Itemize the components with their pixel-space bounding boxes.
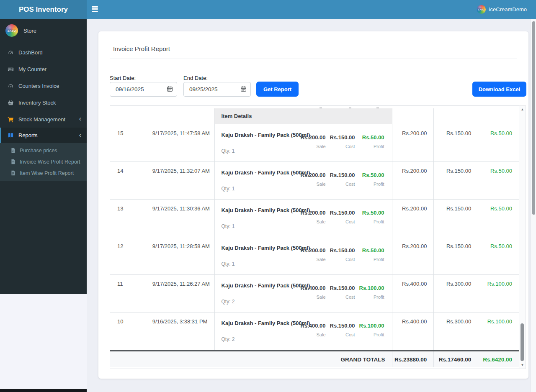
table-row: 149/17/2025, 11:32:07 AMKaju Draksh - Fa… (110, 162, 519, 200)
sidebar-item-my-counter[interactable]: My Counter (0, 61, 87, 77)
row-total-sale: Rs.400.00 (392, 313, 434, 350)
invoice-number: 14 (110, 162, 146, 199)
invoice-datetime: 9/16/2025, 3:38:31 PM (146, 313, 215, 350)
invoice-number: 15 (110, 124, 146, 161)
cart-icon (7, 116, 14, 123)
grand-totals-label: GRAND TOTALS (110, 351, 392, 367)
item-details-cell: Kaju Draksh - Family Pack (500ml)Qty: 2R… (215, 313, 392, 350)
unit-sale: Rs.200.00Sale (296, 247, 326, 262)
unit-profit: Rs.50.00Profit (355, 134, 384, 149)
app-brand[interactable]: POS Inventory (0, 0, 87, 19)
header-date (146, 108, 215, 124)
row-total-sale: Rs.200.00 (392, 237, 434, 274)
item-details-cell: Kaju Draksh - Family Pack (500ml)Qty: 1R… (215, 200, 392, 237)
grand-totals-row: GRAND TOTALS Rs.23880.00 Rs.17460.00 Rs.… (110, 350, 519, 367)
invoice-datetime: 9/17/2025, 11:26:27 AM (146, 275, 215, 312)
table-row: 139/17/2025, 11:30:36 AMKaju Draksh - Fa… (110, 200, 519, 237)
invoice-number: 10 (110, 313, 146, 350)
sidebar-item-label: Reports (18, 132, 38, 138)
item-details-cell: Kaju Draksh - Family Pack (500ml)Qty: 1R… (215, 162, 392, 199)
unit-amounts: Rs.200.00SaleRs.150.00CostRs.50.00Profit (296, 247, 384, 262)
row-total-profit: Rs.100.00 (478, 275, 519, 312)
table-row: 119/17/2025, 11:26:27 AMKaju Draksh - Fa… (110, 275, 519, 313)
table-scrollbar-thumb[interactable] (521, 323, 524, 361)
table-row: 109/16/2025, 3:38:31 PMKaju Draksh - Fam… (110, 313, 519, 350)
unit-amounts: Rs.400.00SaleRs.150.00CostRs.100.00Profi… (296, 285, 384, 300)
sidebar-nav: DashBordMy CounterCounters InvoiceInvent… (0, 44, 87, 181)
sidebar-item-dashbord[interactable]: DashBord (0, 44, 87, 61)
gauge-icon (7, 49, 14, 56)
page-scrollbar[interactable] (531, 19, 536, 392)
account-menu[interactable]: EASO iceCreamDemo (477, 0, 527, 19)
item-details-cell: Kaju Draksh - Family Pack (500ml)Qty: 1R… (215, 124, 392, 161)
sidebar-item-label: Counters Invoice (18, 83, 59, 89)
row-total-profit: Rs.50.00 (478, 162, 519, 199)
item-qty: Qty: 2 (222, 336, 235, 342)
report-card: Invoice Profit Report Start Date: End Da… (98, 31, 528, 379)
invoice-number: 11 (110, 275, 146, 312)
row-total-sale: Rs.200.00 (392, 124, 434, 161)
scroll-up-arrow-icon[interactable]: ▲ (519, 108, 526, 111)
bottom-edge-strip (0, 389, 87, 392)
unit-sale: Rs.400.00Sale (296, 285, 326, 300)
header-total-sale (392, 108, 434, 124)
end-date-label: End Date: (183, 75, 208, 81)
item-details-cell: Kaju Draksh - Family Pack (500ml)Qty: 2R… (215, 275, 392, 312)
unit-amounts: Rs.200.00SaleRs.150.00CostRs.50.00Profit (296, 134, 384, 149)
sidebar-toggle-icon[interactable] (92, 6, 98, 12)
start-date-wrap (110, 82, 177, 97)
row-total-sale: Rs.400.00 (392, 275, 434, 312)
row-total-cost: Rs.150.00 (434, 162, 478, 199)
account-logo-icon: EASO (477, 5, 486, 14)
submenu-item-label: Purchase prices (20, 148, 57, 154)
page-scrollbar-thumb[interactable] (532, 21, 535, 215)
item-qty: Qty: 1 (222, 186, 235, 192)
unit-sale: Rs.400.00Sale (296, 323, 326, 337)
get-report-button[interactable]: Get Report (256, 82, 299, 97)
chevron-left-icon: ‹ (79, 115, 81, 122)
unit-cost: Rs.150.00Cost (326, 210, 355, 224)
calendar-icon[interactable] (240, 86, 247, 94)
sidebar-empty-area (0, 294, 87, 389)
sidebar-store[interactable]: EASO Store (0, 19, 87, 42)
invoice-table: Item Details 159/17/2025, 11:47:58 AMKaj… (110, 105, 519, 369)
sidebar-item-stock-management[interactable]: Stock Management‹ (0, 111, 87, 128)
book-icon (7, 132, 14, 138)
item-qty: Qty: 1 (222, 261, 235, 267)
unit-sale: Rs.200.00Sale (296, 172, 326, 187)
unit-cost: Rs.150.00Cost (326, 134, 355, 149)
top-navbar: POS Inventory EASO iceCreamDemo (0, 0, 536, 19)
unit-profit: Rs.100.00Profit (355, 285, 384, 300)
sidebar-item-reports[interactable]: Reports‹ (0, 128, 87, 143)
unit-profit: Rs.50.00Profit (355, 247, 384, 262)
title-divider (110, 59, 517, 59)
row-total-profit: Rs.100.00 (478, 313, 519, 350)
basket-icon (7, 100, 14, 106)
submenu-item-purchase-prices[interactable]: Purchase prices (0, 145, 87, 156)
doc-icon (10, 170, 16, 176)
submenu-item-invoice-wise-profit-report[interactable]: Invoice Wise Profit Report (0, 156, 87, 167)
submenu-item-item-wise-profit-report[interactable]: Item Wise Profit Report (0, 167, 87, 179)
sidebar-item-inventory-stock[interactable]: Inventory Stock (0, 94, 87, 111)
unit-cost: Rs.150.00Cost (326, 285, 355, 300)
doc-icon (10, 148, 16, 153)
calendar-icon[interactable] (167, 86, 173, 94)
item-qty: Qty: 2 (222, 299, 235, 305)
unit-profit: Rs.50.00Profit (355, 172, 384, 187)
store-logo-icon: EASO (5, 24, 18, 37)
invoice-datetime: 9/17/2025, 11:32:07 AM (146, 162, 215, 199)
unit-cost: Rs.150.00Cost (326, 247, 355, 262)
unit-amounts: Rs.200.00SaleRs.150.00CostRs.50.00Profit (296, 210, 384, 224)
download-excel-button[interactable]: Download Excel (472, 82, 526, 97)
sidebar-item-counters-invoice[interactable]: Counters Invoice (0, 77, 87, 94)
account-name: iceCreamDemo (489, 6, 527, 13)
sidebar-item-label: Stock Management (18, 116, 65, 123)
sidebar: EASO Store DashBordMy CounterCounters In… (0, 19, 87, 294)
page-title: Invoice Profit Report (113, 45, 170, 52)
scroll-down-arrow-icon[interactable]: ▼ (519, 363, 526, 367)
sidebar-item-label: DashBord (18, 49, 43, 56)
table-scrollbar[interactable]: ▲ ▼ (519, 105, 526, 369)
submenu-item-label: Invoice Wise Profit Report (20, 159, 80, 165)
item-details-cell: Kaju Draksh - Family Pack (500ml)Qty: 1R… (215, 237, 392, 274)
unit-cost: Rs.150.00Cost (326, 172, 355, 187)
